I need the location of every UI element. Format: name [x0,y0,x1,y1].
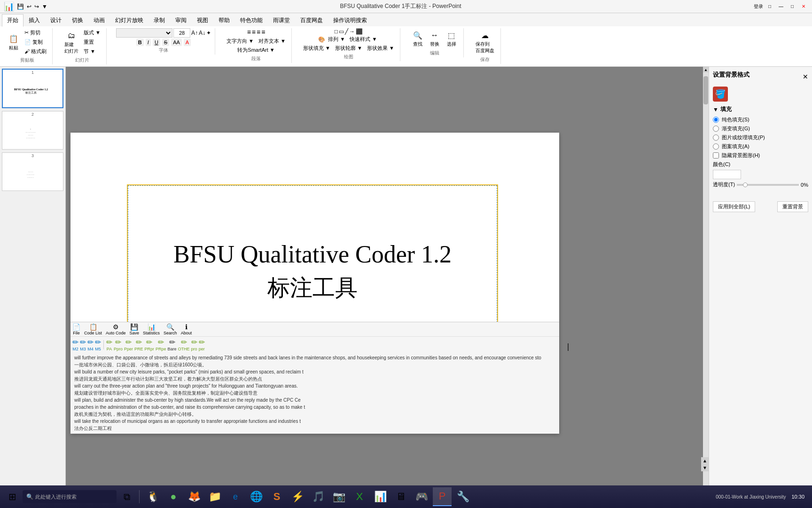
shape-arrow-icon[interactable]: → [349,28,355,35]
layout-btn[interactable]: 版式 ▼ [82,28,102,37]
tab-search[interactable]: 操作说明搜索 [328,14,372,26]
font-shrink-btn[interactable]: A↓ [199,30,205,36]
taskbar-penguin[interactable]: 🐧 [143,487,162,506]
align-right-btn[interactable]: ≡ [257,28,260,36]
codelist-menu-btn[interactable]: 📋 Code List [84,323,102,335]
file-menu-btn[interactable]: 📄 File [72,323,80,335]
shape-effect-btn[interactable]: 形状效果 ▼ [365,44,396,53]
taskbar-chart[interactable]: 📊 [371,487,390,506]
replace-button[interactable]: ↔ 替换 [427,28,443,49]
fill-section-title[interactable]: ▼ 填充 [713,105,808,113]
pen-m5-btn[interactable]: ✏ M5 [95,338,101,351]
fill-solid-radio[interactable] [713,117,719,123]
new-slide-button[interactable]: 🗂 新建幻灯片 [62,29,81,56]
clear-format-btn[interactable]: ✦ [206,30,211,36]
taskbar-tools[interactable]: 🔧 [453,487,472,506]
slide-thumb-2[interactable]: 2 · · · · · · · · · · · · · · · · · · · … [2,111,63,150]
pen-m4-btn[interactable]: ✏ M4 [87,338,94,351]
tab-special[interactable]: 特色功能 [235,14,268,26]
taskbar-lightning[interactable]: ⚡ [288,487,307,506]
tab-help[interactable]: 帮助 [213,14,235,26]
fill-pattern-radio[interactable] [713,143,719,150]
taskbar-globe[interactable]: 🌐 [247,487,265,506]
quick-styles-btn[interactable]: 快速样式 ▼ [348,35,379,44]
transparency-slider[interactable] [737,184,799,186]
fill-gradient-radio[interactable] [713,126,719,132]
font-color-button[interactable]: A [184,39,191,46]
shape-outline-btn[interactable]: 形状轮廓 ▼ [333,44,364,53]
select-button[interactable]: ⬚ 选择 [444,28,460,49]
slide-thumb-3[interactable]: 3 · · · · · · · · · · · · · · · [2,152,63,191]
taskbar-folder[interactable]: 📁 [205,487,224,506]
tab-rain[interactable]: 雨课堂 [268,14,295,26]
maximize-button[interactable]: □ [788,2,797,11]
undo-icon[interactable]: ↩ [27,3,31,10]
paste-button[interactable]: 📋 粘贴 [6,32,22,53]
tab-record[interactable]: 录制 [148,14,170,26]
transparency-handle[interactable] [743,183,748,187]
reset-background-button[interactable]: 重置背景 [777,201,808,212]
scroll-up-arrow[interactable]: ▲ [703,67,709,72]
pen-bare-btn[interactable]: ✏ Bare [168,338,177,351]
tab-view[interactable]: 视图 [192,14,213,26]
taskbar-game[interactable]: 🎮 [412,487,431,506]
taskbar-green[interactable]: ● [164,487,183,506]
fill-color-btn[interactable]: 🎨 [318,36,325,43]
layout-button[interactable]: □ [765,2,774,11]
statistics-menu-btn[interactable]: 📊 Statistics [143,323,160,335]
copy-button[interactable]: 📄 复制 [23,38,48,47]
font-family-select[interactable] [116,28,172,38]
tab-insert[interactable]: 插入 [23,14,45,26]
save-baidu-button[interactable]: ☁ 保存到百度网盘 [473,28,497,56]
more-icon[interactable]: ▼ [42,3,47,10]
tab-baidu[interactable]: 百度网盘 [295,14,328,26]
minimize-button[interactable]: — [776,2,786,11]
cut-button[interactable]: ✂ 剪切 [23,28,48,37]
task-view-button[interactable]: ⧉ [118,488,135,505]
format-painter-button[interactable]: 🖌 格式刷 [23,47,48,56]
shape-round-icon[interactable]: ▭ [339,28,344,35]
taskbar-monitor[interactable]: 🖥 [391,487,410,506]
redo-icon[interactable]: ↪ [34,3,39,10]
pen-per-btn[interactable]: ✏ per [199,338,205,351]
save-menu-btn[interactable]: 💾 Save [130,323,140,335]
pen-prpr-btn[interactable]: ✏ PRpr [145,338,155,351]
taskbar-camera[interactable]: 📷 [329,487,348,506]
taskbar-edge[interactable]: e [226,487,245,506]
case-button[interactable]: AA [171,39,182,46]
pen-pa-btn[interactable]: ✏ PA [106,338,112,351]
arrange-btn[interactable]: 排列 ▼ [326,35,347,44]
taskbar-music[interactable]: 🎵 [309,487,328,506]
bold-button[interactable]: B [136,39,144,46]
fill-hide-checkbox[interactable] [713,152,719,159]
reset-btn[interactable]: 重置 [82,38,102,47]
quick-save-icon[interactable]: 💾 [17,3,24,10]
start-button[interactable]: ⊞ [4,488,21,505]
canvas-scroll-next[interactable]: ▼ [702,464,708,471]
text-direction-btn[interactable]: 文字方向 ▼ [225,37,256,46]
taskbar-firefox[interactable]: 🦊 [185,487,203,506]
search-menu-btn[interactable]: 🔍 Search [164,323,177,335]
login-button[interactable]: 登录 [754,2,763,11]
panel-close-icon[interactable]: ✕ [803,73,808,80]
tab-transitions[interactable]: 切换 [67,14,88,26]
shape-line-icon[interactable]: ╱ [345,28,348,35]
taskbar-ppt-active[interactable]: P [433,487,452,506]
canvas-scrollbar[interactable]: ▲ ▼ [703,67,709,500]
tab-animations[interactable]: 动画 [88,14,110,26]
pen-prpe-btn[interactable]: ✏ PRpe [156,338,166,351]
align-center-btn[interactable]: ≡ [252,28,256,36]
fill-picture-radio[interactable] [713,135,719,141]
scroll-thumb[interactable] [703,76,708,104]
tab-design[interactable]: 设计 [45,14,67,26]
pen-ppro-btn[interactable]: ✏ Ppro [114,338,123,351]
tab-slideshow[interactable]: 幻灯片放映 [110,14,148,26]
font-size-input[interactable] [173,28,190,38]
canvas-scroll-prev[interactable]: ▲ [702,457,708,464]
autocode-menu-btn[interactable]: ⚙ Auto Code [106,323,126,335]
taskbar-sogou[interactable]: S [267,487,286,506]
taskbar-excel[interactable]: X [350,487,369,506]
justify-btn[interactable]: ≡ [261,28,265,36]
align-left-btn[interactable]: ≡ [247,28,251,36]
tab-home[interactable]: 开始 [2,14,23,27]
